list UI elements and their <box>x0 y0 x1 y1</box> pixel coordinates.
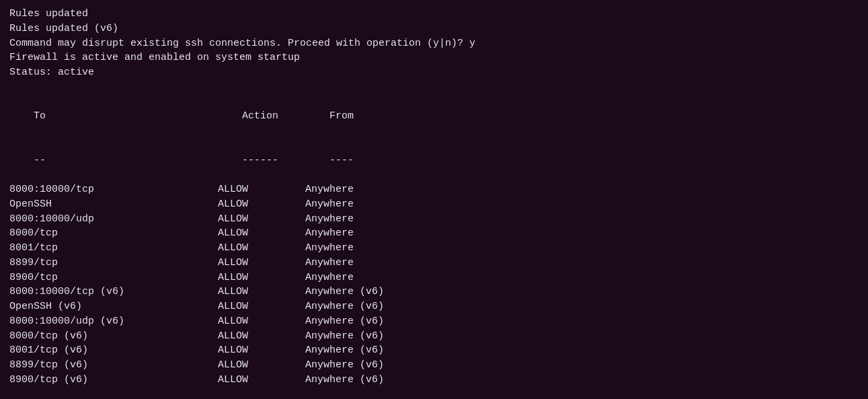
cell-to: 8899/tcp (v6) <box>9 358 218 373</box>
cell-from: Anywhere <box>305 182 354 197</box>
header-line-1: Rules updated <box>9 7 859 22</box>
header-line-5: Status: active <box>9 65 859 80</box>
table-row: 8000/tcpALLOWAnywhere <box>9 226 859 241</box>
cell-action: ALLOW <box>218 343 305 358</box>
cell-action: ALLOW <box>218 329 305 344</box>
cell-from: Anywhere <box>305 241 354 256</box>
cell-to: 8000:10000/tcp (v6) <box>9 285 218 299</box>
table-row: 8001/tcp (v6)ALLOWAnywhere (v6) <box>9 343 859 358</box>
table-separator: ------------ <box>9 139 859 182</box>
cell-from: Anywhere (v6) <box>305 373 384 388</box>
cell-to: 8900/tcp <box>9 270 218 285</box>
col-action-header: Action <box>242 109 329 124</box>
col-from-header: From <box>329 109 354 124</box>
table-row: 8000:10000/udp (v6)ALLOWAnywhere (v6) <box>9 314 859 329</box>
table-row: 8000:10000/tcp (v6)ALLOWAnywhere (v6) <box>9 285 859 299</box>
cell-to: OpenSSH <box>9 197 218 212</box>
table-row: OpenSSH (v6)ALLOWAnywhere (v6) <box>9 299 859 314</box>
cell-from: Anywhere <box>305 270 354 285</box>
cell-action: ALLOW <box>218 212 305 227</box>
cell-from: Anywhere (v6) <box>305 285 384 299</box>
sep-to: -- <box>34 153 242 168</box>
terminal-window: Rules updated Rules updated (v6) Command… <box>9 7 859 388</box>
table-row: 8000/tcp (v6)ALLOWAnywhere (v6) <box>9 329 859 344</box>
header-line-4: Firewall is active and enabled on system… <box>9 50 859 65</box>
cell-to: 8000:10000/udp <box>9 212 218 227</box>
cell-action: ALLOW <box>218 358 305 373</box>
cell-from: Anywhere (v6) <box>305 329 384 344</box>
cell-from: Anywhere (v6) <box>305 343 384 358</box>
cell-action: ALLOW <box>218 299 305 314</box>
cell-to: 8001/tcp (v6) <box>9 343 218 358</box>
spacer <box>9 80 859 95</box>
cell-from: Anywhere <box>305 197 354 212</box>
table-row: 8900/tcpALLOWAnywhere <box>9 270 859 285</box>
table-row: 8000:10000/tcpALLOWAnywhere <box>9 182 859 197</box>
cell-action: ALLOW <box>218 241 305 256</box>
cell-to: 8900/tcp (v6) <box>9 373 218 388</box>
cell-to: 8000/tcp <box>9 226 218 241</box>
cell-to: 8000:10000/tcp <box>9 182 218 197</box>
cell-action: ALLOW <box>218 373 305 388</box>
cell-from: Anywhere (v6) <box>305 299 384 314</box>
cell-from: Anywhere <box>305 256 354 270</box>
cell-action: ALLOW <box>218 182 305 197</box>
cell-action: ALLOW <box>218 197 305 212</box>
cell-from: Anywhere <box>305 212 354 227</box>
table-row: 8899/tcp (v6)ALLOWAnywhere (v6) <box>9 358 859 373</box>
cell-to: 8001/tcp <box>9 241 218 256</box>
table-row: 8899/tcpALLOWAnywhere <box>9 256 859 270</box>
table-row: OpenSSHALLOWAnywhere <box>9 197 859 212</box>
col-to-header: To <box>34 109 242 124</box>
cell-action: ALLOW <box>218 256 305 270</box>
sep-from: ---- <box>329 153 354 168</box>
table-row: 8001/tcpALLOWAnywhere <box>9 241 859 256</box>
cell-from: Anywhere (v6) <box>305 358 384 373</box>
table-row: 8900/tcp (v6)ALLOWAnywhere (v6) <box>9 373 859 388</box>
cell-from: Anywhere <box>305 226 354 241</box>
cell-action: ALLOW <box>218 285 305 299</box>
cell-to: 8000/tcp (v6) <box>9 329 218 344</box>
table-header: ToActionFrom <box>9 95 859 139</box>
header-line-2: Rules updated (v6) <box>9 22 859 36</box>
cell-action: ALLOW <box>218 270 305 285</box>
cell-to: 8899/tcp <box>9 256 218 270</box>
header-line-3: Command may disrupt existing ssh connect… <box>9 36 859 51</box>
cell-action: ALLOW <box>218 314 305 329</box>
cell-to: 8000:10000/udp (v6) <box>9 314 218 329</box>
sep-action: ------ <box>242 153 329 168</box>
cell-action: ALLOW <box>218 226 305 241</box>
cell-from: Anywhere (v6) <box>305 314 384 329</box>
cell-to: OpenSSH (v6) <box>9 299 218 314</box>
table-row: 8000:10000/udpALLOWAnywhere <box>9 212 859 227</box>
table-body: 8000:10000/tcpALLOWAnywhereOpenSSHALLOWA… <box>9 182 859 388</box>
